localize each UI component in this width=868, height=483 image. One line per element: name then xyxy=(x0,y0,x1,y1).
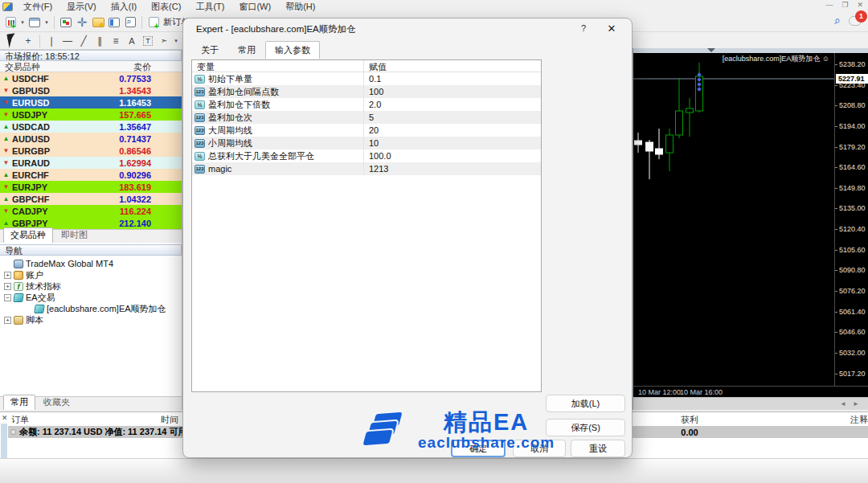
column-orders[interactable]: 订单 xyxy=(11,414,29,426)
chart-plot-area[interactable]: [eaclubshare.com]EA顺势加仓 ☺ xyxy=(633,53,834,386)
window-minimize-button[interactable]: — xyxy=(825,1,833,9)
dialog-close-button[interactable]: ✕ xyxy=(604,23,619,35)
parameter-value[interactable]: 2.0 xyxy=(364,100,541,109)
parameter-row[interactable]: 123小周期均线10 xyxy=(192,137,541,149)
scroll-left-arrow[interactable]: ◄ xyxy=(840,400,846,407)
navigator-tab-inactive[interactable]: 收藏夹 xyxy=(36,395,77,410)
tree-expander[interactable]: − xyxy=(4,294,11,301)
column-time[interactable]: 时间 xyxy=(129,414,178,426)
chart-horizontal-scrollbar[interactable]: ◄ ► xyxy=(633,397,868,410)
market-watch-row[interactable]: ▼CADJPY116.224 xyxy=(0,205,182,217)
text-icon[interactable]: A xyxy=(125,34,139,48)
parameter-value[interactable]: 5 xyxy=(364,113,541,122)
zoom-icon[interactable] xyxy=(123,15,137,30)
menu-item[interactable]: 工具(T) xyxy=(188,0,231,14)
tree-expander[interactable]: + xyxy=(4,283,11,290)
tree-item[interactable]: +账户 xyxy=(2,269,182,280)
parameter-row[interactable]: 123大周期均线20 xyxy=(192,124,541,137)
parameter-row[interactable]: 123magic1213 xyxy=(192,162,541,175)
column-comment[interactable]: 注释 xyxy=(828,414,868,426)
ok-button[interactable]: 确定 xyxy=(451,440,506,457)
horizontal-line-icon[interactable]: — xyxy=(60,34,75,48)
menu-item[interactable]: 图表(C) xyxy=(144,0,188,14)
new-chart-button[interactable]: + xyxy=(3,15,18,30)
crosshair-icon[interactable]: + xyxy=(21,34,35,48)
dialog-tab[interactable]: 输入参数 xyxy=(265,41,320,59)
cursor-icon[interactable] xyxy=(5,34,19,48)
tree-expander[interactable]: + xyxy=(4,317,11,324)
tree-item[interactable]: +脚本 xyxy=(2,314,182,325)
market-watch-row[interactable]: ▲USDCHF0.77533 xyxy=(0,72,182,84)
new-order-icon[interactable]: + xyxy=(146,15,161,30)
profiles-button[interactable] xyxy=(27,15,42,30)
parameter-row[interactable]: ½总获利大于几美金全部平仓100.0 xyxy=(192,149,541,162)
parameter-row[interactable]: 123盈利加仓次5 xyxy=(192,111,541,124)
profiles-dropdown[interactable]: ▾ xyxy=(43,15,50,30)
market-watch-row[interactable]: ▲GBPCHF1.04322 xyxy=(0,193,182,205)
market-watch-panel-icon[interactable] xyxy=(107,15,121,30)
parameter-row[interactable]: ½初始下单量0.1 xyxy=(192,72,541,85)
market-watch-row[interactable]: ▼USDJPY157.665 xyxy=(0,108,182,121)
tree-item[interactable]: [eaclubshare.com]EA顺势加仓 xyxy=(2,303,182,314)
load-button[interactable]: 加载(L) xyxy=(546,395,625,412)
notifications-icon[interactable]: 1 xyxy=(849,16,862,26)
menu-item[interactable]: 插入(I) xyxy=(104,0,144,14)
trendline-icon[interactable]: ╱ xyxy=(76,34,91,48)
market-watch-row[interactable]: ▲AUDUSD0.71437 xyxy=(0,133,182,145)
terminal-close-icon[interactable]: ✕ xyxy=(2,414,8,422)
menu-item[interactable]: 窗口(W) xyxy=(231,0,278,14)
parameter-value[interactable]: 100 xyxy=(364,87,541,96)
chevron-down-icon[interactable] xyxy=(707,48,715,52)
navigator-root[interactable]: TradeMax Global MT4 xyxy=(2,258,182,269)
search-icon[interactable]: ⌕ xyxy=(834,14,841,27)
cancel-button[interactable]: 取消 xyxy=(513,440,566,457)
column-symbol[interactable]: 交易品种 xyxy=(0,61,90,72)
parameter-value[interactable]: 10 xyxy=(364,138,541,148)
column-value[interactable]: 赋值 xyxy=(364,60,541,72)
tree-expander[interactable]: + xyxy=(4,272,11,279)
column-variable[interactable]: 变量 xyxy=(192,60,364,72)
favorites-folder-icon[interactable] xyxy=(91,15,105,30)
market-watch-row[interactable]: ▼EURGBP0.86546 xyxy=(0,145,182,157)
column-profit[interactable]: 获利 xyxy=(667,414,712,426)
market-watch-row[interactable]: ▼EURUSD1.16453 xyxy=(0,96,182,108)
scroll-right-arrow[interactable]: ► xyxy=(853,400,859,407)
arrows-dropdown[interactable]: ▾ xyxy=(173,34,179,48)
crosshair-navigate-icon[interactable]: ✛ xyxy=(75,15,89,30)
parameter-value[interactable]: 0.1 xyxy=(364,74,541,84)
window-close-button[interactable]: ✕ xyxy=(857,1,863,9)
parameter-value[interactable]: 1213 xyxy=(364,164,541,174)
save-button[interactable]: 保存(S) xyxy=(546,419,625,436)
window-restore-button[interactable]: ❐ xyxy=(841,1,848,9)
arrows-icon[interactable]: ➣ xyxy=(157,34,171,48)
market-watch-row[interactable]: ▲EURCHF0.90296 xyxy=(0,169,182,181)
market-watch-tab-inactive[interactable]: 即时图 xyxy=(54,227,95,243)
market-watch-row[interactable]: ▲USDCAD1.35647 xyxy=(0,121,182,133)
new-chart-dropdown[interactable]: ▾ xyxy=(19,15,26,30)
market-watch-row[interactable]: ▼EURJPY183.619 xyxy=(0,181,182,193)
market-watch-row[interactable]: ▼GBPUSD1.34543 xyxy=(0,84,182,96)
menu-item[interactable]: 文件(F) xyxy=(16,0,59,14)
market-watch-row[interactable]: ▼EURAUD1.62994 xyxy=(0,157,182,169)
reset-button[interactable]: 重设 xyxy=(571,440,625,457)
text-label-icon[interactable]: T xyxy=(141,34,155,48)
equidistant-channel-icon[interactable]: ∥ xyxy=(92,34,107,48)
parameter-value[interactable]: 100.0 xyxy=(364,151,541,161)
expert-settings-dialog: Expert - [eaclubshare.com]EA顺势加仓 ? ✕ 关于常… xyxy=(182,18,633,458)
vertical-line-icon[interactable]: | xyxy=(44,34,59,48)
menu-item[interactable]: 显示(V) xyxy=(59,0,104,14)
fibonacci-icon[interactable]: ≡ xyxy=(108,34,123,48)
column-bid[interactable]: 卖价 xyxy=(90,61,151,72)
market-watch-tab-active[interactable]: 交易品种 xyxy=(3,227,53,243)
dialog-tab[interactable]: 常用 xyxy=(228,41,265,59)
tree-item[interactable]: −EA交易 xyxy=(2,292,182,303)
menu-item[interactable]: 帮助(H) xyxy=(278,0,322,14)
dialog-tab[interactable]: 关于 xyxy=(191,41,228,59)
tree-item[interactable]: +f技术指标 xyxy=(2,280,182,292)
navigator-tab-active[interactable]: 常用 xyxy=(3,395,35,410)
parameter-row[interactable]: ½盈利加仓下倍数2.0 xyxy=(192,98,541,111)
dialog-help-button[interactable]: ? xyxy=(577,23,590,33)
tile-windows-icon[interactable] xyxy=(59,15,73,30)
parameter-row[interactable]: 123盈利加仓间隔点数100 xyxy=(192,85,541,98)
parameter-value[interactable]: 20 xyxy=(364,125,541,135)
